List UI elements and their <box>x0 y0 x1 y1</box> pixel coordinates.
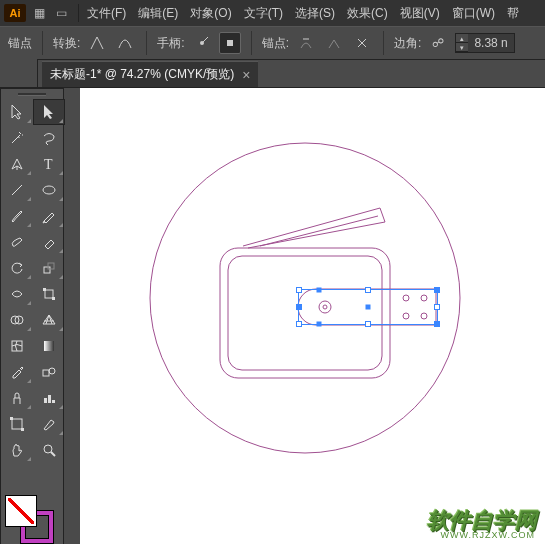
document-tab[interactable]: 未标题-1* @ 74.27% (CMYK/预览) × <box>42 61 258 87</box>
menu-object[interactable]: 对象(O) <box>186 3 235 24</box>
paintbrush-tool[interactable] <box>1 203 33 229</box>
step-up-icon[interactable]: ▴ <box>456 34 468 43</box>
fill-stroke-swatches[interactable] <box>1 489 63 544</box>
divider <box>78 4 79 22</box>
main-menu: 文件(F) 编辑(E) 对象(O) 文字(T) 选择(S) 效果(C) 视图(V… <box>83 3 523 24</box>
svg-point-22 <box>15 316 23 324</box>
workspace: 软件自学网 WWW.RJZXW.COM T <box>0 88 545 544</box>
handle-show-icon[interactable] <box>191 32 213 54</box>
svg-rect-23 <box>12 341 22 351</box>
svg-rect-25 <box>43 370 49 376</box>
direct-selection-tool[interactable] <box>33 99 65 125</box>
close-tab-icon[interactable]: × <box>242 67 250 83</box>
svg-rect-18 <box>45 290 53 298</box>
scale-tool[interactable] <box>33 255 65 281</box>
canvas[interactable]: 软件自学网 WWW.RJZXW.COM <box>80 88 545 544</box>
rotate-tool[interactable] <box>1 255 33 281</box>
blob-brush-tool[interactable] <box>1 229 33 255</box>
eraser-tool[interactable] <box>33 229 65 255</box>
svg-line-34 <box>51 452 55 456</box>
type-tool[interactable]: T <box>33 151 65 177</box>
divider <box>42 31 43 55</box>
svg-rect-17 <box>48 263 54 269</box>
svg-point-21 <box>11 316 19 324</box>
convert-corner-icon[interactable] <box>86 32 108 54</box>
menu-view[interactable]: 视图(V) <box>396 3 444 24</box>
magic-wand-tool[interactable] <box>1 125 33 151</box>
cut-path-icon[interactable] <box>351 32 373 54</box>
menu-select[interactable]: 选择(S) <box>291 3 339 24</box>
divider <box>251 31 252 55</box>
hand-tool[interactable] <box>1 437 33 463</box>
artboard-tool[interactable] <box>1 411 33 437</box>
control-bar: 锚点 转换: 手柄: 锚点: 边角: ☍ ▴▾ 8.38 n <box>0 26 545 60</box>
svg-rect-27 <box>44 398 47 403</box>
bridge-icon[interactable]: ▦ <box>32 6 46 20</box>
connect-path-icon[interactable] <box>323 32 345 54</box>
line-tool[interactable] <box>1 177 33 203</box>
svg-rect-32 <box>21 428 24 431</box>
selection-bounding-box[interactable] <box>298 289 438 325</box>
svg-rect-20 <box>52 297 55 300</box>
svg-text:T: T <box>44 157 53 172</box>
corner-radius-value: 8.38 n <box>468 36 513 50</box>
handle-hide-icon[interactable] <box>219 32 241 54</box>
pencil-tool[interactable] <box>33 203 65 229</box>
corner-radius-input[interactable]: ▴▾ 8.38 n <box>455 33 514 53</box>
panel-grip[interactable] <box>1 89 63 99</box>
menu-window[interactable]: 窗口(W) <box>448 3 499 24</box>
zoom-tool[interactable] <box>33 437 65 463</box>
step-down-icon[interactable]: ▾ <box>456 43 468 52</box>
link-icon[interactable]: ☍ <box>427 32 449 54</box>
watermark-url: WWW.RJZXW.COM <box>441 530 535 540</box>
tools-panel[interactable]: T <box>0 88 64 544</box>
ellipse-tool[interactable] <box>33 177 65 203</box>
svg-rect-28 <box>48 395 51 403</box>
menu-type[interactable]: 文字(T) <box>240 3 287 24</box>
gradient-tool[interactable] <box>33 333 65 359</box>
svg-point-15 <box>43 186 55 194</box>
handle-label: 手柄: <box>157 35 184 52</box>
svg-rect-24 <box>44 341 54 351</box>
lasso-tool[interactable] <box>33 125 65 151</box>
svg-rect-19 <box>43 288 46 291</box>
svg-rect-29 <box>52 400 55 403</box>
svg-rect-2 <box>227 40 233 46</box>
mesh-tool[interactable] <box>1 333 33 359</box>
svg-rect-31 <box>10 417 13 420</box>
perspective-grid-tool[interactable] <box>33 307 65 333</box>
none-fill-icon <box>8 498 34 524</box>
fill-swatch[interactable] <box>5 495 37 527</box>
anchors-label: 锚点: <box>262 35 289 52</box>
divider <box>146 31 147 55</box>
slice-tool[interactable] <box>33 411 65 437</box>
pen-tool[interactable] <box>1 151 33 177</box>
menu-effect[interactable]: 效果(C) <box>343 3 392 24</box>
svg-point-26 <box>49 368 55 374</box>
tab-gutter <box>0 59 38 87</box>
convert-label: 转换: <box>53 35 80 52</box>
menu-file[interactable]: 文件(F) <box>83 3 130 24</box>
eyedropper-tool[interactable] <box>1 359 33 385</box>
blend-tool[interactable] <box>33 359 65 385</box>
remove-anchor-icon[interactable] <box>295 32 317 54</box>
selection-tool[interactable] <box>1 99 33 125</box>
arrange-icon[interactable]: ▭ <box>54 6 68 20</box>
document-tab-title: 未标题-1* @ 74.27% (CMYK/预览) <box>50 66 234 83</box>
empty-tool-slot <box>1 463 33 489</box>
document-tab-bar: 未标题-1* @ 74.27% (CMYK/预览) × <box>0 60 545 88</box>
control-context-label: 锚点 <box>8 35 32 52</box>
menu-edit[interactable]: 编辑(E) <box>134 3 182 24</box>
column-graph-tool[interactable] <box>33 385 65 411</box>
svg-line-14 <box>12 185 22 195</box>
free-transform-tool[interactable] <box>33 281 65 307</box>
top-menu-bar: Ai ▦ ▭ 文件(F) 编辑(E) 对象(O) 文字(T) 选择(S) 效果(… <box>0 0 545 26</box>
svg-rect-16 <box>44 267 50 273</box>
width-tool[interactable] <box>1 281 33 307</box>
svg-rect-30 <box>12 419 22 429</box>
svg-point-33 <box>44 445 52 453</box>
symbol-sprayer-tool[interactable] <box>1 385 33 411</box>
menu-help[interactable]: 帮 <box>503 3 523 24</box>
shape-builder-tool[interactable] <box>1 307 33 333</box>
convert-smooth-icon[interactable] <box>114 32 136 54</box>
